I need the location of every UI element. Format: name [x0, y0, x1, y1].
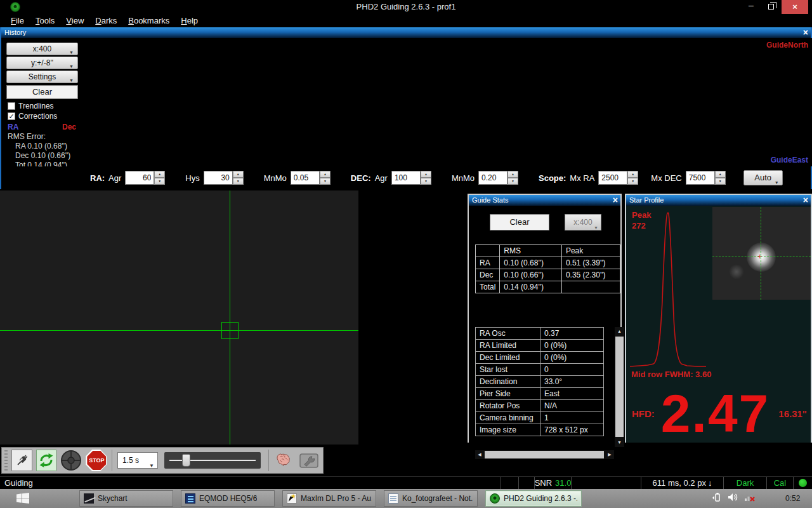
spinner-arrows[interactable]: ▲▼ [627, 171, 638, 185]
network-no-internet-icon[interactable] [744, 492, 756, 502]
dec-aggression-input[interactable] [391, 171, 421, 185]
scroll-right-icon[interactable]: ▶ [605, 450, 614, 459]
taskbar-button-eqmod[interactable]: EQMOD HEQ5/6 [181, 490, 275, 507]
snr-readout: SNR 31.0 [534, 477, 571, 489]
scrollbar-thumb[interactable] [615, 337, 624, 437]
window-title: PHD2 Guiding 2.6.3 - prof1 [0, 2, 812, 11]
horizontal-scrollbar[interactable]: ◀ ▶ [475, 450, 614, 459]
spin-down-icon: ▼ [233, 178, 244, 185]
star-profile-header[interactable]: Star Profile × [626, 195, 811, 206]
slider-thumb[interactable] [182, 454, 190, 467]
connect-equipment-button[interactable] [11, 450, 32, 471]
stats-clear-button[interactable]: Clear [490, 214, 549, 231]
spin-down-icon: ▼ [508, 178, 518, 185]
y-scale-dropdown[interactable]: y:+/-8''▼ [6, 57, 78, 69]
dec-minmove-input[interactable] [478, 171, 508, 185]
stretch-slider[interactable] [164, 452, 261, 469]
system-tray [712, 492, 756, 502]
history-clear-button[interactable]: Clear [6, 85, 78, 99]
spinner-arrows[interactable]: ▲▼ [320, 171, 331, 185]
guide-stats-header[interactable]: Guide Stats × [469, 195, 620, 206]
ra-hysteresis-spinner: ▲▼ [204, 171, 244, 185]
spinner-arrows[interactable]: ▲▼ [508, 171, 518, 185]
spinner-arrows[interactable]: ▲▼ [154, 171, 165, 185]
scroll-left-icon[interactable]: ◀ [475, 450, 484, 459]
start-button[interactable] [16, 493, 29, 504]
phd2-window: PHD2 Guiding 2.6.3 - prof1 – × File Tool… [0, 0, 812, 508]
settings-dropdown[interactable]: Settings▼ [6, 70, 78, 83]
stop-button[interactable]: STOP [86, 450, 107, 471]
speaker-icon[interactable] [728, 492, 738, 502]
scrollbar-thumb[interactable] [485, 451, 604, 458]
toolbar-drag-handle[interactable] [4, 450, 8, 471]
auto-select-star-button[interactable] [60, 450, 82, 471]
restore-button[interactable] [763, 0, 780, 14]
history-close-icon[interactable]: × [803, 27, 808, 37]
scroll-down-icon[interactable]: ▼ [615, 438, 624, 447]
rms-column-header: RMS [500, 245, 562, 257]
loop-arrows-icon [38, 452, 55, 469]
star-profile-close-icon[interactable]: × [803, 195, 808, 205]
rms-peak-table: RMS Peak RA 0.10 (0.68'') 0.51 (3.39'') … [475, 244, 620, 293]
x-scale-dropdown[interactable]: x:400▼ [6, 43, 78, 55]
taskbar-button-notepad[interactable]: Ko_fotografeet - Not... [384, 490, 478, 507]
rms-dec-value: Dec 0.10 (0.66'') [15, 151, 84, 161]
ra-hysteresis-input[interactable] [204, 171, 233, 185]
dec-guide-mode-dropdown[interactable]: Auto▼ [743, 170, 783, 185]
history-panel-header[interactable]: History × [1, 27, 811, 38]
history-controls: x:400▼ y:+/-8''▼ Settings▼ Clear Trendli… [1, 38, 84, 166]
exposure-select[interactable]: 1.5 s ▼ [117, 452, 158, 469]
spinner-arrows[interactable]: ▲▼ [421, 171, 431, 185]
spin-up-icon: ▲ [233, 171, 244, 178]
scroll-up-icon[interactable]: ▲ [615, 327, 624, 336]
max-ra-input[interactable] [598, 171, 627, 185]
status-segment [501, 477, 518, 489]
corrections-checkbox[interactable]: ✓ [8, 112, 15, 120]
guide-stats-title: Guide Stats [472, 196, 508, 204]
restore-icon [768, 4, 774, 10]
scope-params-label: Scope: [539, 173, 566, 183]
taskbar-button-maxim[interactable]: MaxIm DL Pro 5 - Au... [282, 490, 376, 507]
close-button[interactable]: × [782, 0, 808, 14]
guide-button[interactable] [274, 450, 295, 471]
guide-parameter-bar: RA: Agr ▲▼ Hys ▲▼ MnMo ▲▼ DEC: Agr [1, 166, 811, 189]
taskbar-clock: 0:52 [785, 494, 800, 503]
status-led-icon [799, 479, 807, 487]
spinner-arrows[interactable]: ▲▼ [715, 171, 726, 185]
menu-tools[interactable]: Tools [30, 15, 60, 27]
usb-device-icon[interactable] [712, 492, 722, 502]
menu-darks[interactable]: Darks [89, 15, 122, 27]
menu-view[interactable]: View [60, 15, 89, 27]
spinner-arrows[interactable]: ▲▼ [233, 171, 244, 185]
guide-stats-close-icon[interactable]: × [613, 195, 618, 205]
camera-image[interactable] [0, 190, 358, 444]
cal-indicator: Cal [766, 477, 793, 489]
ra-aggression-input[interactable] [125, 171, 154, 185]
guide-state-text: Guiding [0, 477, 501, 489]
ra-minmove-input[interactable] [291, 171, 320, 185]
stats-scale-dropdown[interactable]: x:400 ▼ [565, 214, 601, 231]
spin-down-icon: ▼ [421, 178, 431, 185]
history-panel-title: History [4, 29, 26, 36]
taskbar-button-skychart[interactable]: Skychart [79, 490, 173, 507]
camera-settings-button[interactable] [298, 450, 319, 471]
menu-help[interactable]: Help [175, 15, 204, 27]
menu-file[interactable]: File [5, 15, 30, 27]
rms-ra-value: RA 0.10 (0.68'') [15, 142, 84, 151]
menu-bookmarks[interactable]: Bookmarks [122, 15, 175, 27]
snr-label: SNR [535, 478, 552, 488]
fwhm-readout: Mid row FWHM: 3.60 [631, 370, 711, 379]
vertical-scrollbar[interactable]: ▲ ▼ [615, 327, 624, 447]
skychart-icon [84, 493, 94, 504]
taskbar-button-phd2[interactable]: PHD2 Guiding 2.6.3 -... [485, 490, 582, 507]
trendlines-checkbox[interactable] [8, 102, 15, 110]
loop-exposures-button[interactable] [36, 450, 57, 471]
phd2-icon [490, 493, 500, 504]
minimize-button[interactable]: – [742, 0, 760, 14]
ra-minmove-spinner: ▲▼ [291, 171, 331, 185]
max-dec-input[interactable] [686, 171, 715, 185]
title-bar: PHD2 Guiding 2.6.3 - prof1 – × [0, 0, 812, 14]
spin-up-icon: ▲ [627, 171, 638, 178]
peak-column-header: Peak [561, 245, 620, 257]
rms-error-header: RMS Error: [8, 132, 84, 142]
